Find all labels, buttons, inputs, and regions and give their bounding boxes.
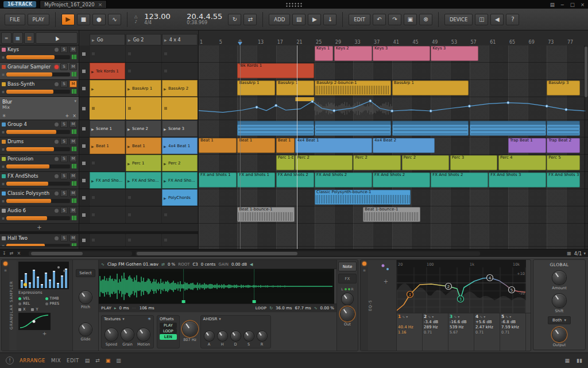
out-knob[interactable] [341,307,354,321]
automation-lane[interactable] [199,97,588,120]
glide-knob[interactable] [79,323,92,336]
chevron-down-icon[interactable]: ▾ [509,315,511,319]
arranger-clip[interactable]: Beat 1-bounce-1 [237,207,295,222]
arranger-clip[interactable]: FX And Shots 3 [547,172,579,187]
arranger-clip[interactable]: Tek Kords 1 [237,63,314,78]
clip-slot[interactable]: ▶ Scene 1 [90,120,125,137]
solo-button[interactable]: S [60,172,68,179]
clip-slot[interactable]: ▶ FX And Sho... [126,172,161,189]
arranger-clip[interactable]: FX And Shots 3 [489,172,546,187]
mute-button[interactable]: M [69,207,77,214]
arranger-clip[interactable]: FX And Shots 2 [431,172,488,187]
position-value[interactable]: 20.4.4.55 [187,13,222,21]
add-track-button[interactable]: + [0,224,79,232]
stop-button[interactable]: ■ [77,14,90,25]
filter-type-icon[interactable]: ∿ [454,315,457,319]
arranger-clip[interactable]: Keys 2 [334,46,372,61]
arranger-clip[interactable]: FX And Shots 2 [276,172,314,187]
expression-vel[interactable]: VEL [18,296,44,301]
view-arrange[interactable]: ARRANGE [20,358,45,363]
tune-value[interactable]: 0 cents [201,262,216,267]
arranger-clip[interactable] [547,121,579,136]
filter-type-icon[interactable]: ∿ [479,315,482,319]
filter-type-icon[interactable]: ∿ [428,315,431,319]
track-stop-button[interactable] [79,155,89,171]
filter-type-icon[interactable]: ∿ [505,315,508,319]
minimize-icon[interactable]: − [560,2,564,7]
lane-slot[interactable] [162,97,198,120]
track-keys[interactable]: Keys S M ≣ [0,45,79,63]
empty-clip-slot[interactable] [162,45,198,62]
env-r-knob[interactable] [257,331,267,341]
tab-note[interactable]: Note [338,262,357,271]
band-freq[interactable]: 7.59 kHz [501,325,524,329]
sample-file-name[interactable]: Clap FM Gothen 01.wav [107,262,158,267]
launcher-grid-icon[interactable]: ▦ [13,32,23,44]
modulator-icon[interactable] [378,262,393,274]
arranger-clip[interactable]: Perc 4 [498,155,546,170]
tab-fx[interactable]: FX [338,274,357,283]
close-lane-button[interactable]: × [72,113,76,118]
solo-button[interactable]: S [60,80,68,87]
display-profile-icon[interactable]: ▣ [106,358,111,363]
arranger-clip[interactable]: Perc 2 [402,155,450,170]
play-end-value[interactable]: 106 ms [140,306,154,310]
scrollbar-thumb[interactable] [31,252,83,255]
arranger-clip[interactable]: FX and Shots 1 [237,172,275,187]
track-fx-andshots[interactable]: FX AndShots S M ≣ [0,172,79,189]
speaker-icon[interactable]: ◀ [490,14,504,25]
root-note[interactable]: C3 [192,262,198,267]
arranger-clip[interactable]: Perc 5 [547,155,579,170]
speed-knob[interactable] [105,328,118,341]
arranger-clip[interactable]: 4x4 Beat 1 [295,138,372,153]
env-s-knob[interactable] [244,331,254,341]
track-classic-polysynth[interactable]: Classic Polysynth S M ≣ [0,189,79,206]
arranger-clip[interactable] [237,121,314,136]
textures-title[interactable]: Textures [104,317,121,321]
arranger-clip[interactable]: Perc 2 [353,155,401,170]
mode-select[interactable]: Both ▾ [548,316,571,324]
audition-speaker-icon[interactable]: ◀ [250,262,253,267]
output-knob[interactable] [552,328,566,342]
arranger-clip[interactable]: BassArp 1 [392,80,469,95]
clip-slot[interactable]: ▶ BassArp 1 [126,80,161,97]
empty-clip-slot[interactable] [162,206,198,223]
scrollbar-thumb[interactable] [137,252,297,255]
close-window-icon[interactable]: × [581,2,585,7]
arranger-clip[interactable]: Beat 1-bounce-1 [363,207,420,222]
ruler[interactable]: 1591317212529333741454953576165697377 [198,30,588,45]
workspace-badge[interactable]: 16-TRACK [3,1,36,7]
arranger[interactable]: Keys 1Keys 2Keys 3Keys 3Tek Kords 1BassA… [198,45,588,249]
volume-slider[interactable] [6,182,70,186]
time-signature[interactable]: 4/4 [144,21,177,25]
band-q[interactable]: 0.71 [475,330,498,335]
automation-toggle-icon[interactable]: ▥ [24,32,34,44]
mute-button[interactable]: M [69,46,77,53]
loop-button[interactable]: ↻ [228,14,241,25]
record-arm-button[interactable] [55,236,59,240]
waveform-display[interactable] [99,269,334,304]
chevron-down-icon[interactable]: ▾ [74,99,76,113]
eq-band-5[interactable]: 5 ∿ ▾ -6.8 dB 7.59 kHz 0.71 [500,313,526,351]
meter-bridge-icon[interactable]: ▮▮ [577,358,582,363]
shift-knob[interactable] [552,294,566,308]
empty-clip-slot[interactable] [126,63,161,79]
clip-slot[interactable]: ▶ FX And Sho... [162,172,198,189]
redo-button[interactable]: ↷ [388,14,401,25]
glide-curve-display[interactable] [18,313,51,330]
eq-curve-display[interactable]: 1 2 3 4 5201001k10k+10-10 [397,260,526,313]
arranger-clip[interactable]: 4x4 Beat 2 [373,138,435,153]
automation-write-button[interactable]: ∿ [108,14,121,25]
mute-button[interactable]: M [69,121,77,128]
scene-header-go[interactable]: ▶ Go [90,34,125,45]
undo-button[interactable]: ↶ [373,14,386,25]
empty-clip-slot[interactable] [90,234,125,246]
arranger-clip[interactable]: Trap Beat 2 [547,138,579,153]
grain-knob[interactable] [121,328,134,341]
empty-clip-slot[interactable] [90,206,125,223]
mute-button[interactable]: M [69,235,77,241]
clip-slot[interactable]: ▶ 4x4 Beat 1 [162,137,198,154]
volume-slider[interactable] [6,199,70,203]
arranger-clip[interactable]: FX And Shots 2 [373,172,430,187]
arranger-clip[interactable]: Keys 3 [373,46,430,61]
